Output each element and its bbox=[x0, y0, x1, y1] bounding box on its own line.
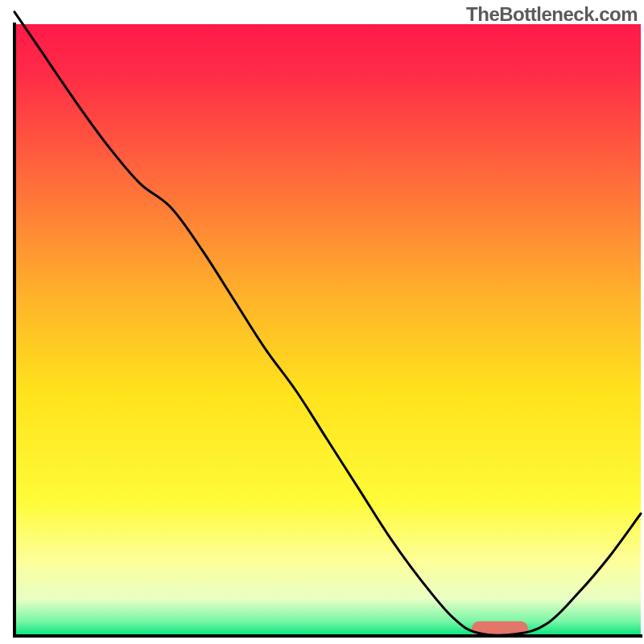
chart-container: TheBottleneck.com bbox=[0, 0, 644, 644]
bottleneck-chart bbox=[0, 0, 644, 644]
gradient-background bbox=[14, 24, 641, 636]
watermark-text: TheBottleneck.com bbox=[466, 3, 638, 26]
